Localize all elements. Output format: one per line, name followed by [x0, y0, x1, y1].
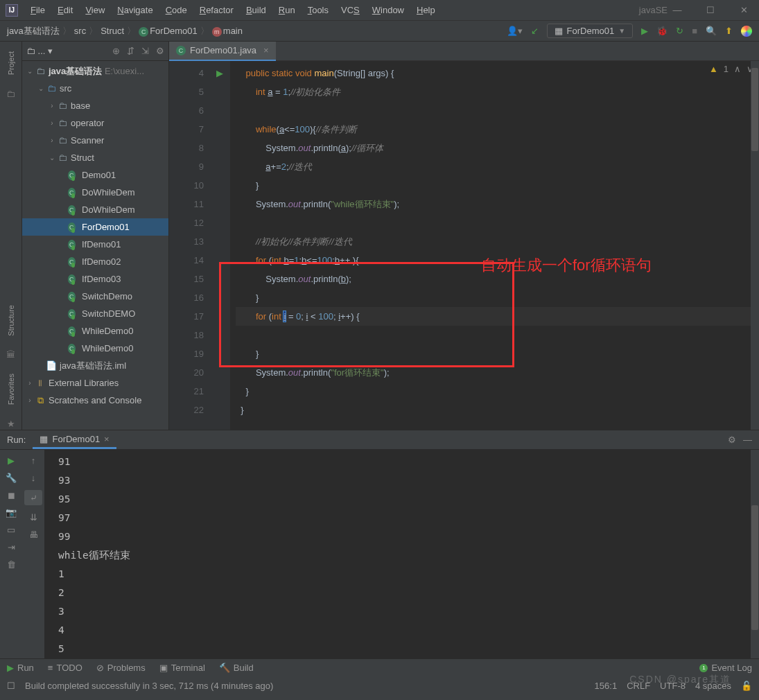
build-tool-button[interactable]: 🔨 Build	[219, 663, 254, 673]
tree-row[interactable]: ›🗀base	[22, 97, 168, 114]
menubar: FileEditViewNavigateCodeRefactorBuildRun…	[25, 3, 631, 17]
menu-window[interactable]: Window	[367, 3, 410, 17]
close-button[interactable]: ✕	[734, 5, 753, 15]
tree-row[interactable]: ›🗀operator	[22, 114, 168, 132]
close-tab-icon[interactable]: ×	[263, 45, 269, 55]
prev-highlight-icon[interactable]: ∧	[734, 64, 741, 74]
tree-row[interactable]: ›⧉Scratches and Console	[22, 392, 168, 409]
event-log-button[interactable]: 1Event Log	[699, 663, 752, 673]
run-config-label: ForDemo01	[567, 26, 615, 36]
menu-run[interactable]: Run	[273, 3, 301, 17]
run-tab[interactable]: ▦ ForDemo01 ×	[33, 431, 116, 449]
up-icon[interactable]: ↑	[31, 455, 36, 466]
run-scrollbar[interactable]	[751, 450, 759, 658]
menu-vcs[interactable]: VCS	[335, 3, 365, 17]
layout-icon[interactable]: ▭	[7, 525, 15, 535]
favorites-tool-tab[interactable]: Favorites	[7, 369, 15, 409]
todo-tool-button[interactable]: ≡ TODO	[48, 663, 82, 673]
breadcrumb-item[interactable]: java基础语法	[7, 25, 60, 37]
ide-services-icon[interactable]	[741, 26, 752, 37]
structure-icon[interactable]: 🏛	[5, 349, 17, 361]
scroll-end-icon[interactable]: ⇊	[30, 512, 37, 523]
breadcrumb-item[interactable]: src	[74, 26, 86, 36]
problems-tool-button[interactable]: ⊘ Problems	[96, 663, 146, 673]
stop-button[interactable]: ■	[692, 26, 697, 36]
expand-icon[interactable]: ⇵	[127, 46, 134, 56]
tree-row[interactable]: ⌄🗀src	[22, 80, 168, 97]
tree-row[interactable]: ›⫴External Libraries	[22, 374, 168, 392]
user-icon[interactable]: 👤▾	[507, 26, 523, 36]
run-config-dropdown[interactable]: ▦ ForDemo01 ▼	[547, 24, 634, 38]
tree-row[interactable]: CIfDemo01	[22, 236, 168, 253]
debug-button[interactable]: 🐞	[656, 26, 668, 36]
warning-icon[interactable]: ▲	[709, 64, 718, 74]
tree-row[interactable]: CIfDemo02	[22, 253, 168, 270]
line-gutter[interactable]: 45678910111213141516171819202122	[169, 61, 209, 430]
breadcrumb-item[interactable]: mmain	[212, 26, 243, 37]
menu-file[interactable]: File	[25, 3, 51, 17]
project-view-dropdown[interactable]: 🗀 ... ▾	[26, 46, 53, 56]
menu-navigate[interactable]: Navigate	[112, 3, 158, 17]
target-icon[interactable]: ⊕	[112, 46, 120, 56]
run-settings-icon[interactable]: ⚙	[728, 435, 736, 445]
menu-edit[interactable]: Edit	[52, 3, 78, 17]
caret-position[interactable]: 156:1	[595, 681, 618, 691]
breadcrumb-item[interactable]: Struct	[101, 26, 124, 36]
chevron-down-icon: ▼	[618, 27, 625, 35]
tree-row[interactable]: ⌄🗀java基础语法 E:\xuexi...	[22, 62, 168, 80]
camera-icon[interactable]: 📷	[6, 507, 17, 518]
tree-row[interactable]: CWhileDemo0	[22, 322, 168, 340]
print-icon[interactable]: 🖶	[29, 530, 38, 540]
tree-row[interactable]: CDemo01	[22, 166, 168, 184]
tree-row[interactable]: CWhileDemo0	[22, 340, 168, 357]
coverage-button[interactable]: ↻	[676, 26, 683, 36]
run-button[interactable]: ▶	[641, 26, 648, 36]
tree-row[interactable]: CDoWhileDem	[22, 184, 168, 201]
breadcrumb-item[interactable]: CForDemo01	[139, 26, 198, 37]
tree-row[interactable]: 📄java基础语法.iml	[22, 357, 168, 374]
maximize-button[interactable]: ☐	[701, 5, 720, 15]
project-tool-tab[interactable]: Project	[7, 47, 15, 79]
watermark: CSDN @spare其道	[629, 674, 731, 686]
collapse-icon[interactable]: ⇲	[141, 46, 149, 56]
star-icon[interactable]: ★	[5, 417, 17, 430]
status-icon[interactable]: ☐	[7, 681, 15, 691]
search-icon[interactable]: 🔍	[706, 26, 717, 36]
menu-refactor[interactable]: Refactor	[194, 3, 239, 17]
soft-wrap-icon[interactable]: ⤶	[24, 490, 42, 505]
tree-row[interactable]: ›🗀Scanner	[22, 132, 168, 149]
code-area[interactable]: public static void main(String[] args) {…	[230, 61, 759, 430]
commit-icon[interactable]: ⬆	[725, 26, 733, 36]
tree-row[interactable]: ⌄🗀Struct	[22, 149, 168, 166]
menu-build[interactable]: Build	[241, 3, 272, 17]
folder-icon[interactable]: 🗀	[5, 87, 17, 100]
tree-row[interactable]: CSwitchDemo	[22, 288, 168, 305]
wrench-icon[interactable]: 🔧	[6, 473, 17, 483]
project-tree[interactable]: ⌄🗀java基础语法 E:\xuexi...⌄🗀src›🗀base›🗀opera…	[22, 61, 168, 430]
menu-code[interactable]: Code	[160, 3, 193, 17]
terminal-tool-button[interactable]: ▣ Terminal	[159, 663, 205, 673]
minimize-button[interactable]: ―	[668, 5, 687, 15]
menu-tools[interactable]: Tools	[302, 3, 334, 17]
editor-tab-fordemo01[interactable]: C ForDemo01.java ×	[169, 42, 276, 61]
menu-view[interactable]: View	[80, 3, 110, 17]
close-run-tab-icon[interactable]: ×	[104, 434, 110, 444]
menu-help[interactable]: Help	[411, 3, 441, 17]
tree-row[interactable]: CSwitchDEMO	[22, 305, 168, 322]
run-tool-button[interactable]: ▶Run	[7, 663, 34, 673]
update-icon[interactable]: ↙	[531, 26, 539, 36]
tree-row[interactable]: CIfDemo03	[22, 270, 168, 288]
tree-row[interactable]: CForDemo01	[22, 218, 168, 236]
settings-icon[interactable]: ⚙	[156, 46, 164, 56]
tree-row[interactable]: CDoWhileDem	[22, 201, 168, 218]
rerun-icon[interactable]: ▶	[8, 455, 15, 466]
editor-scrollbar[interactable]	[751, 61, 759, 430]
trash-icon[interactable]: 🗑	[7, 559, 16, 570]
stop-icon[interactable]: ◼	[8, 490, 15, 500]
lock-icon[interactable]: 🔓	[741, 681, 752, 691]
structure-tool-tab[interactable]: Structure	[7, 301, 15, 340]
down-icon[interactable]: ↓	[31, 473, 36, 483]
run-hide-icon[interactable]: —	[743, 435, 752, 445]
run-output[interactable]: 91 93 95 97 99 while循环结束 1 2 3 4 5	[44, 450, 751, 658]
exit-icon[interactable]: ⇥	[8, 542, 15, 552]
